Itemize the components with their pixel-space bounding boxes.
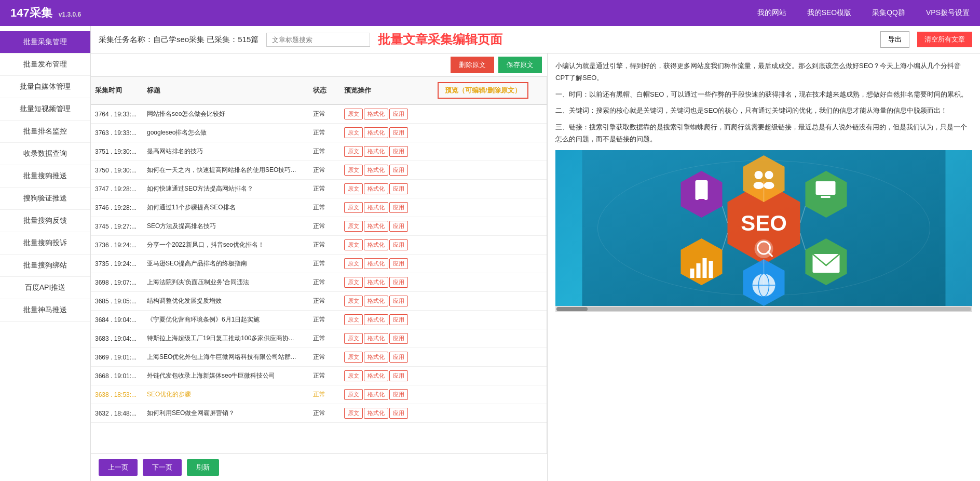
delete-orig-button[interactable]: 删除原文 <box>451 57 494 73</box>
cell-ops[interactable]: 原文格式化应用 <box>340 348 433 367</box>
op-ge-button[interactable]: 格式化 <box>364 202 388 213</box>
op-ge-button[interactable]: 格式化 <box>364 314 388 325</box>
sidebar-item-batch-video[interactable]: 批量短视频管理 <box>0 98 90 121</box>
op-ying-button[interactable]: 应用 <box>389 370 408 381</box>
op-ge-button[interactable]: 格式化 <box>364 183 388 194</box>
sidebar-item-batch-sougou[interactable]: 批量搜狗推送 <box>0 165 90 188</box>
op-ying-button[interactable]: 应用 <box>389 314 408 325</box>
image-scrollbar[interactable] <box>555 306 972 312</box>
op-yuan-button[interactable]: 原文 <box>344 165 363 176</box>
cell-ops[interactable]: 原文格式化应用 <box>340 198 433 217</box>
op-ying-button[interactable]: 应用 <box>389 408 408 419</box>
search-input[interactable] <box>266 33 370 47</box>
op-yuan-button[interactable]: 原文 <box>344 296 363 306</box>
sidebar-item-data-query[interactable]: 收录数据查询 <box>0 143 90 165</box>
op-ying-button[interactable]: 应用 <box>389 277 408 288</box>
op-ge-button[interactable]: 格式化 <box>364 165 388 176</box>
op-ying-button[interactable]: 应用 <box>389 221 408 232</box>
op-ying-button[interactable]: 应用 <box>389 127 408 138</box>
cell-ops[interactable]: 原文格式化应用 <box>340 404 433 423</box>
op-ying-button[interactable]: 应用 <box>389 333 408 344</box>
table-row[interactable]: 3750 . 19:30:...如何在一天之内，快速提高网站排名的使用SEO技巧… <box>91 161 547 180</box>
table-row[interactable]: 3745 . 19:27:...SEO方法及提高排名技巧正常原文格式化应用 <box>91 217 547 236</box>
cell-ops[interactable]: 原文格式化应用 <box>340 217 433 236</box>
op-ge-button[interactable]: 格式化 <box>364 352 388 363</box>
table-row[interactable]: 3632 . 18:48:...如何利用SEO做全网霸屏营销？正常原文格式化应用 <box>91 404 547 423</box>
refresh-button[interactable]: 刷新 <box>187 459 219 476</box>
op-yuan-button[interactable]: 原文 <box>344 127 363 138</box>
op-ge-button[interactable]: 格式化 <box>364 146 388 157</box>
table-row[interactable]: 3668 . 19:01:...外链代发包收录上海新媒体seo牛巨微科技公司正常… <box>91 367 547 385</box>
op-yuan-button[interactable]: 原文 <box>344 408 363 419</box>
op-ge-button[interactable]: 格式化 <box>364 389 388 400</box>
cell-ops[interactable]: 原文格式化应用 <box>340 104 433 124</box>
sidebar-item-sougou-verify[interactable]: 搜狗验证推送 <box>0 188 90 210</box>
table-row[interactable]: 3669 . 19:01:...上海SEO优化外包上海牛巨微网络科技有限公司站群… <box>91 348 547 367</box>
op-yuan-button[interactable]: 原文 <box>344 183 363 194</box>
op-ge-button[interactable]: 格式化 <box>364 239 388 250</box>
cell-ops[interactable]: 原文格式化应用 <box>340 180 433 198</box>
sidebar-item-batch-feedback[interactable]: 批量搜狗反馈 <box>0 210 90 232</box>
save-orig-button[interactable]: 保存原文 <box>498 57 542 73</box>
op-ying-button[interactable]: 应用 <box>389 352 408 363</box>
sidebar-item-batch-complaint[interactable]: 批量搜狗投诉 <box>0 232 90 255</box>
cell-ops[interactable]: 原文格式化应用 <box>340 367 433 385</box>
cell-ops[interactable]: 原文格式化应用 <box>340 142 433 161</box>
sidebar-item-batch-bind[interactable]: 批量搜狗绑站 <box>0 255 90 277</box>
op-ying-button[interactable]: 应用 <box>389 389 408 400</box>
nav-vps-settings[interactable]: VPS拨号设置 <box>926 8 970 18</box>
op-ying-button[interactable]: 应用 <box>389 258 408 269</box>
op-yuan-button[interactable]: 原文 <box>344 333 363 344</box>
op-yuan-button[interactable]: 原文 <box>344 314 363 325</box>
sidebar-item-batch-collect[interactable]: 批量采集管理 <box>0 31 90 54</box>
table-row[interactable]: 3684 . 19:04:...《宁夏优化营商环境条例》6月1日起实施正常原文格… <box>91 311 547 329</box>
table-row[interactable]: 3763 . 19:33:...googleseo排名怎么做正常原文格式化应用 <box>91 124 547 142</box>
op-ying-button[interactable]: 应用 <box>389 109 408 119</box>
cell-ops[interactable]: 原文格式化应用 <box>340 292 433 311</box>
nav-qq-group[interactable]: 采集QQ群 <box>872 8 905 18</box>
next-page-button[interactable]: 下一页 <box>143 459 182 476</box>
op-ge-button[interactable]: 格式化 <box>364 221 388 232</box>
table-row[interactable]: 3735 . 19:24:...亚马逊SEO提高产品排名的终极指南正常原文格式化… <box>91 255 547 273</box>
table-row[interactable]: 3685 . 19:05:...结构调整优化发展提质增效正常原文格式化应用 <box>91 292 547 311</box>
clear-all-button[interactable]: 清空所有文章 <box>917 32 972 47</box>
nav-my-seo[interactable]: 我的SEO模版 <box>807 8 852 18</box>
op-ge-button[interactable]: 格式化 <box>364 109 388 119</box>
op-yuan-button[interactable]: 原文 <box>344 146 363 157</box>
cell-ops[interactable]: 原文格式化应用 <box>340 311 433 329</box>
op-yuan-button[interactable]: 原文 <box>344 370 363 381</box>
op-ge-button[interactable]: 格式化 <box>364 127 388 138</box>
nav-my-site[interactable]: 我的网站 <box>757 8 786 18</box>
op-ge-button[interactable]: 格式化 <box>364 370 388 381</box>
sidebar-item-batch-shenma[interactable]: 批量神马推送 <box>0 299 90 322</box>
export-button[interactable]: 导出 <box>880 31 909 48</box>
cell-ops[interactable]: 原文格式化应用 <box>340 124 433 142</box>
table-row[interactable]: 3751 . 19:30:...提高网站排名的技巧正常原文格式化应用 <box>91 142 547 161</box>
op-yuan-button[interactable]: 原文 <box>344 202 363 213</box>
op-ying-button[interactable]: 应用 <box>389 146 408 157</box>
op-ying-button[interactable]: 应用 <box>389 202 408 213</box>
op-ge-button[interactable]: 格式化 <box>364 333 388 344</box>
op-yuan-button[interactable]: 原文 <box>344 239 363 250</box>
table-row[interactable]: 3764 . 19:33:...网站排名seo怎么做会比较好正常原文格式化应用 <box>91 104 547 124</box>
op-ying-button[interactable]: 应用 <box>389 296 408 306</box>
op-yuan-button[interactable]: 原文 <box>344 389 363 400</box>
op-ge-button[interactable]: 格式化 <box>364 277 388 288</box>
cell-ops[interactable]: 原文格式化应用 <box>340 329 433 348</box>
op-ge-button[interactable]: 格式化 <box>364 258 388 269</box>
cell-ops[interactable]: 原文格式化应用 <box>340 385 433 404</box>
cell-ops[interactable]: 原文格式化应用 <box>340 161 433 180</box>
table-row[interactable]: 3683 . 19:04:...特斯拉上海超级工厂19日复工推动100多家供应商… <box>91 329 547 348</box>
op-ying-button[interactable]: 应用 <box>389 165 408 176</box>
sidebar-item-baidu-api[interactable]: 百度API推送 <box>0 277 90 299</box>
op-ying-button[interactable]: 应用 <box>389 183 408 194</box>
sidebar-item-batch-publish[interactable]: 批量发布管理 <box>0 54 90 76</box>
cell-ops[interactable]: 原文格式化应用 <box>340 273 433 292</box>
sidebar-item-batch-media[interactable]: 批量自媒体管理 <box>0 76 90 98</box>
op-yuan-button[interactable]: 原文 <box>344 109 363 119</box>
op-yuan-button[interactable]: 原文 <box>344 352 363 363</box>
table-row[interactable]: 3746 . 19:28:...如何通过11个步骤提高SEO排名正常原文格式化应… <box>91 198 547 217</box>
sidebar-item-batch-rank[interactable]: 批量排名监控 <box>0 121 90 143</box>
op-yuan-button[interactable]: 原文 <box>344 258 363 269</box>
table-row[interactable]: 3736 . 19:24:...分享一个2022新风口，抖音seo优化排名！正常… <box>91 236 547 255</box>
